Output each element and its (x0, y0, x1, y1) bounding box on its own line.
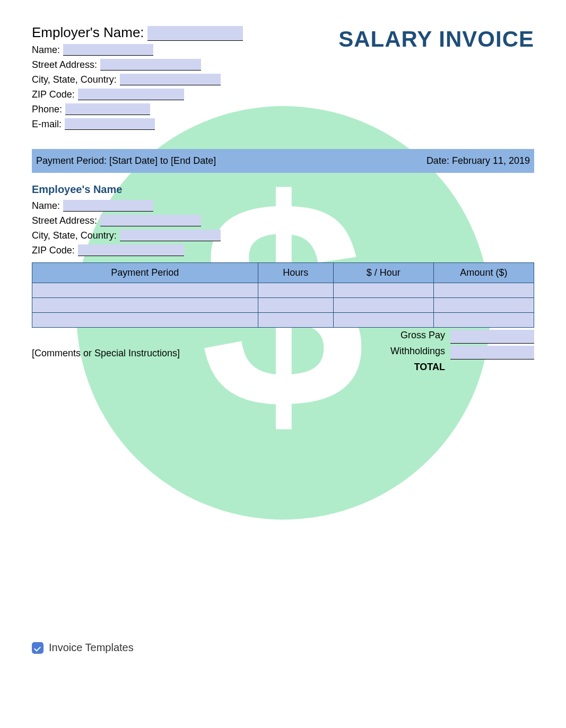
zip-label: ZIP Code: (32, 89, 75, 100)
payment-period-bar: Payment Period: [Start Date] to [End Dat… (32, 149, 534, 173)
phone-blank[interactable] (65, 103, 150, 115)
invoice-date: Date: February 11, 2019 (426, 155, 530, 166)
total-value (450, 362, 534, 375)
table-row[interactable] (32, 283, 534, 298)
employee-street-label: Street Address: (32, 215, 97, 226)
employee-street-blank[interactable] (100, 215, 201, 226)
zip-blank[interactable] (78, 89, 184, 100)
street-label: Street Address: (32, 59, 97, 71)
payment-table: Payment Period Hours $ / Hour Amount ($) (32, 262, 534, 328)
invoice-title: SALARY INVOICE (338, 27, 534, 52)
employee-zip-label: ZIP Code: (32, 245, 75, 256)
check-icon (32, 642, 43, 654)
employee-heading: Employee's Name (32, 183, 534, 196)
email-blank[interactable] (65, 118, 155, 130)
payment-period-text: Payment Period: [Start Date] to [End Dat… (36, 155, 216, 166)
name-blank[interactable] (63, 44, 153, 56)
table-row[interactable] (32, 298, 534, 313)
gross-pay-label: Gross Pay (365, 330, 450, 344)
employer-heading-label: Employer's Name: (32, 24, 144, 41)
city-blank[interactable] (120, 74, 221, 85)
employee-zip-blank[interactable] (78, 244, 184, 256)
table-row[interactable] (32, 313, 534, 328)
total-label: TOTAL (365, 362, 450, 375)
employee-city-blank[interactable] (120, 230, 221, 241)
street-blank[interactable] (100, 59, 201, 71)
city-label: City, State, Country: (32, 74, 117, 85)
name-label: Name: (32, 45, 60, 56)
col-rate: $ / Hour (333, 263, 433, 283)
gross-pay-value[interactable] (450, 330, 534, 344)
withholdings-label: Withholdings (365, 346, 450, 359)
employee-name-label: Name: (32, 200, 60, 212)
employee-name-blank[interactable] (63, 200, 153, 212)
phone-label: Phone: (32, 104, 62, 115)
employer-name-blank[interactable] (147, 26, 243, 41)
footer-brand: Invoice Templates (49, 642, 134, 654)
col-payment-period: Payment Period (32, 263, 258, 283)
withholdings-value[interactable] (450, 346, 534, 359)
col-hours: Hours (258, 263, 333, 283)
col-amount: Amount ($) (433, 263, 534, 283)
email-label: E-mail: (32, 119, 62, 130)
employee-city-label: City, State, Country: (32, 230, 117, 241)
